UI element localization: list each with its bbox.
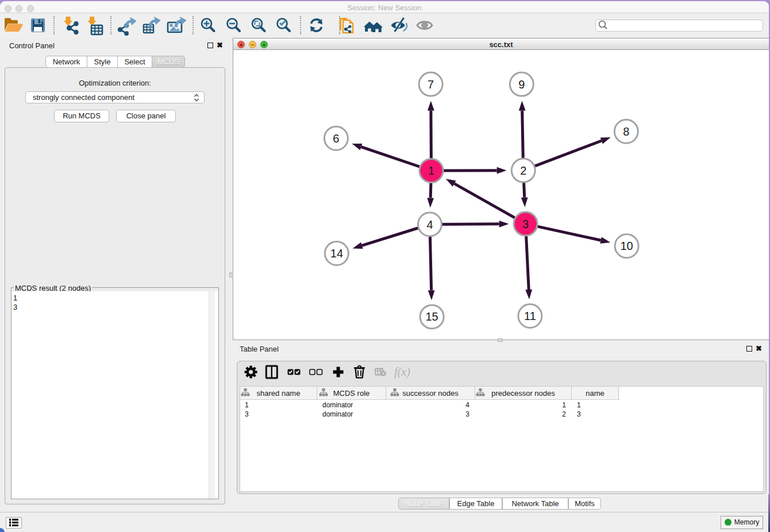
svg-text:8: 8: [623, 125, 629, 138]
svg-text:3: 3: [522, 218, 529, 230]
svg-text:6: 6: [333, 132, 339, 145]
svg-text:4: 4: [426, 218, 433, 231]
svg-text:7: 7: [428, 78, 434, 91]
svg-text:10: 10: [620, 240, 633, 252]
svg-text:1: 1: [428, 164, 434, 177]
svg-text:15: 15: [425, 310, 438, 323]
svg-text:9: 9: [518, 78, 525, 91]
svg-text:14: 14: [330, 247, 343, 260]
svg-text:2: 2: [520, 164, 526, 177]
svg-text:11: 11: [524, 310, 536, 322]
